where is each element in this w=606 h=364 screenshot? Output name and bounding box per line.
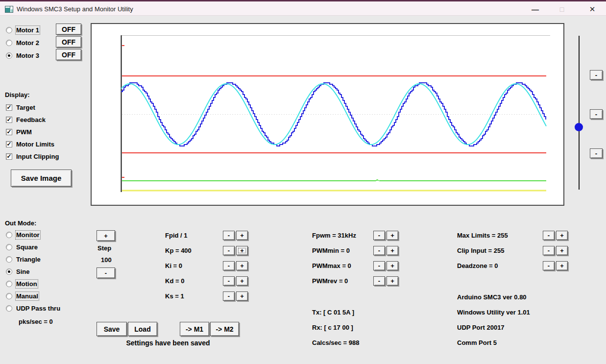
motor-2-label: Motor 2 — [16, 39, 39, 47]
motor-2-radio-row[interactable]: Motor 2 — [6, 37, 39, 48]
motor-3-radio-row[interactable]: Motor 3 — [6, 50, 39, 61]
load-button[interactable]: Load — [128, 322, 157, 336]
motor-2-radio[interactable] — [6, 40, 12, 46]
kd-plus-button[interactable]: + — [236, 276, 248, 286]
clip-input-minus-button[interactable]: - — [543, 246, 555, 255]
kd-minus-button[interactable]: - — [223, 276, 235, 286]
monitor-label: Monitor — [16, 231, 40, 239]
motor-3-radio[interactable] — [6, 52, 12, 59]
out-mode-motion-row[interactable]: Motion — [6, 278, 37, 289]
manual-label: Manual — [16, 292, 38, 300]
fpid-minus-button[interactable]: - — [223, 231, 235, 240]
square-radio[interactable] — [6, 244, 12, 250]
pwmmin-label: PWMmin = 0 — [312, 247, 350, 254]
triangle-radio[interactable] — [6, 256, 12, 263]
fpwm-plus-button[interactable]: + — [387, 231, 398, 240]
pwmrev-minus-button[interactable]: - — [373, 276, 385, 286]
ks-minus-button[interactable]: - — [223, 291, 235, 301]
input-clipping-checkbox-label: Input Clipping — [16, 153, 59, 160]
offset-slider-track[interactable] — [579, 36, 580, 190]
offset-slider-knob[interactable] — [575, 123, 583, 131]
motion-radio[interactable] — [6, 281, 12, 287]
feedback-checkbox-label: Feedback — [16, 116, 46, 123]
out-mode-square-row[interactable]: Square — [6, 242, 38, 252]
pwmrev-label: PWMrev = 0 — [312, 277, 348, 285]
pwmmin-plus-button[interactable]: + — [387, 246, 398, 255]
to-m2-button[interactable]: -> M2 — [210, 322, 239, 336]
udp-pass-thru-radio[interactable] — [6, 305, 12, 312]
monitor-radio[interactable] — [6, 232, 12, 238]
kp-plus-button[interactable]: + — [236, 246, 248, 255]
motor-2-off-button[interactable]: OFF — [56, 36, 81, 48]
ks-plus-button[interactable]: + — [236, 291, 248, 301]
out-mode-group-label: Out Mode: — [5, 219, 36, 227]
sine-radio[interactable] — [6, 268, 12, 275]
input-clipping-checkbox[interactable]: ✓ — [6, 153, 12, 160]
deadzone-minus-button[interactable]: - — [543, 261, 555, 270]
deadzone-label: Deadzone = 0 — [457, 262, 498, 269]
motor-1-radio[interactable] — [6, 27, 12, 33]
kp-minus-button[interactable]: - — [223, 246, 235, 255]
motor-1-off-button[interactable]: OFF — [56, 24, 81, 35]
motor-3-off-button[interactable]: OFF — [56, 49, 81, 60]
display-feedback-row[interactable]: ✓ Feedback — [6, 114, 46, 125]
clip-input-label: Clip Input = 255 — [457, 247, 504, 254]
max-limits-minus-button[interactable]: - — [543, 231, 555, 240]
titlebar: Windows SMC3 Setup and Monitor Utility —… — [0, 0, 606, 16]
display-motor-limits-row[interactable]: ✓ Motor Limits — [6, 139, 54, 149]
save-image-button[interactable]: Save Image — [11, 170, 72, 187]
udp-pass-thru-label: UDP Pass thru — [16, 305, 60, 312]
out-mode-triangle-row[interactable]: Triangle — [6, 254, 41, 265]
sine-label: Sine — [16, 268, 29, 275]
fpid-plus-button[interactable]: + — [236, 231, 248, 240]
manual-radio[interactable] — [6, 293, 12, 299]
deadzone-plus-button[interactable]: + — [556, 261, 568, 270]
display-pwm-row[interactable]: ✓ PWM — [6, 126, 32, 137]
fpid-label: Fpid / 1 — [165, 232, 188, 239]
ki-minus-button[interactable]: - — [223, 261, 235, 270]
step-minus-button[interactable]: - — [97, 267, 115, 278]
trim-minus-button-1[interactable]: - — [590, 70, 603, 80]
display-input-clipping-row[interactable]: ✓ Input Clipping — [6, 151, 59, 162]
check-icon: ✓ — [6, 105, 11, 110]
pwm-checkbox[interactable]: ✓ — [6, 129, 12, 135]
ki-plus-button[interactable]: + — [236, 261, 248, 270]
motor-1-label: Motor 1 — [16, 26, 39, 34]
motor-3-label: Motor 3 — [16, 52, 39, 59]
motor-1-radio-row[interactable]: Motor 1 — [6, 24, 39, 35]
pwmmin-minus-button[interactable]: - — [373, 246, 385, 255]
pwm-checkbox-label: PWM — [16, 128, 32, 136]
step-plus-button[interactable]: + — [97, 230, 115, 241]
minimize-button-icon[interactable]: — — [527, 2, 543, 16]
to-m1-button[interactable]: -> M1 — [180, 322, 209, 336]
display-target-row[interactable]: ✓ Target — [6, 102, 35, 113]
rx-readout: Rx: [ c 17 00 ] — [312, 324, 353, 331]
clip-input-plus-button[interactable]: + — [556, 246, 568, 255]
step-value: 100 — [101, 256, 112, 264]
trim-minus-button-3[interactable]: - — [590, 148, 603, 158]
window-title: Windows SMC3 Setup and Monitor Utility — [17, 5, 133, 13]
pwmmax-label: PWMmax = 0 — [312, 262, 351, 269]
pwmmax-minus-button[interactable]: - — [373, 261, 385, 270]
motion-label: Motion — [16, 280, 37, 288]
out-mode-udp-row[interactable]: UDP Pass thru — [6, 303, 60, 314]
kp-label: Kp = 400 — [165, 247, 192, 254]
fpwm-minus-button[interactable]: - — [373, 231, 385, 240]
out-mode-sine-row[interactable]: Sine — [6, 266, 29, 277]
out-mode-monitor-row[interactable]: Monitor — [6, 229, 40, 240]
settings-status-text: Settings have been saved — [97, 339, 240, 347]
close-button-icon[interactable]: ✕ — [584, 2, 601, 16]
maximize-button-icon[interactable]: □ — [554, 2, 570, 16]
max-limits-plus-button[interactable]: + — [556, 231, 568, 240]
pwmrev-plus-button[interactable]: + — [387, 276, 398, 286]
arduino-version-text: Arduino SMC3 ver 0.80 — [457, 293, 527, 301]
kd-label: Kd = 0 — [165, 277, 184, 285]
save-button[interactable]: Save — [97, 322, 127, 336]
feedback-checkbox[interactable]: ✓ — [6, 117, 12, 123]
motor-limits-checkbox[interactable]: ✓ — [6, 141, 12, 147]
pwmmax-plus-button[interactable]: + — [387, 261, 398, 270]
trim-minus-button-2[interactable]: - — [590, 109, 603, 119]
target-checkbox[interactable]: ✓ — [6, 104, 12, 111]
trace-chart-canvas — [92, 24, 563, 205]
out-mode-manual-row[interactable]: Manual — [6, 291, 38, 301]
